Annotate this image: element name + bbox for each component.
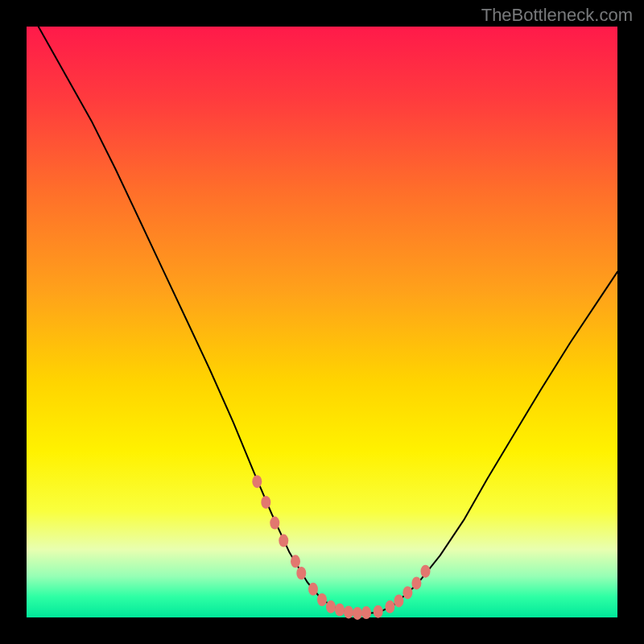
- highlight-dot: [394, 594, 403, 607]
- chart-container: TheBottleneck.com: [0, 0, 644, 644]
- highlight-dot: [270, 517, 279, 530]
- highlight-dot: [317, 593, 327, 606]
- plot-background: [27, 27, 617, 617]
- highlight-dot: [421, 565, 431, 578]
- highlight-dot: [353, 607, 362, 620]
- highlight-dot: [411, 576, 421, 589]
- highlight-dot: [344, 605, 353, 618]
- highlight-dot: [374, 605, 383, 618]
- highlight-dot: [402, 586, 412, 599]
- highlight-dot: [252, 475, 262, 488]
- watermark-label: TheBottleneck.com: [481, 5, 633, 26]
- highlight-dot: [335, 604, 345, 617]
- highlight-dot: [361, 606, 371, 619]
- highlight-dot: [296, 567, 306, 580]
- highlight-dot: [291, 555, 300, 568]
- highlight-dot: [385, 601, 394, 613]
- highlight-dot: [279, 535, 288, 547]
- highlight-dot: [326, 601, 336, 613]
- highlight-dot: [308, 583, 318, 596]
- highlight-dot: [261, 496, 270, 509]
- bottleneck-chart: [0, 0, 644, 644]
